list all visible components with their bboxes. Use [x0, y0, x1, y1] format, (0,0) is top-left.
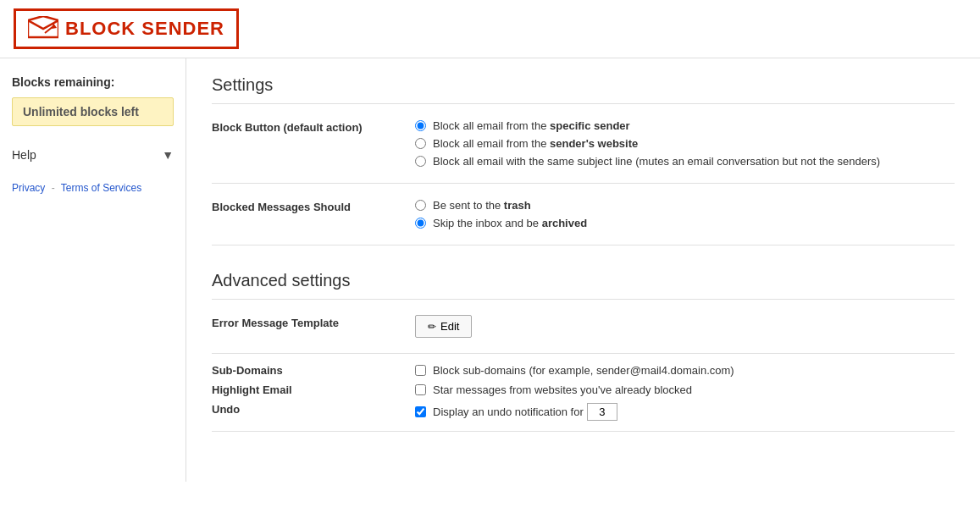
undo-value-input[interactable] — [587, 403, 617, 421]
highlight-checkbox[interactable] — [415, 384, 426, 395]
pencil-icon: ✏ — [428, 321, 436, 333]
undo-option[interactable]: Display an undo notification for — [415, 403, 955, 421]
terms-link[interactable]: Terms of Services — [61, 182, 141, 194]
block-sender-option[interactable]: Block all email from the specific sender — [415, 119, 955, 132]
chevron-down-icon: ▼ — [162, 148, 174, 162]
page-layout: Blocks remaining: Unlimited blocks left … — [0, 58, 980, 482]
block-button-label: Block Button (default action) — [212, 119, 415, 134]
archive-option[interactable]: Skip the inbox and be archived — [415, 217, 955, 229]
main-content: Settings Block Button (default action) B… — [186, 58, 980, 482]
undo-label: Undo — [212, 403, 415, 416]
highlight-option[interactable]: Star messages from websites you've alrea… — [415, 383, 955, 396]
block-button-setting: Block Button (default action) Block all … — [212, 104, 955, 184]
subdomains-label: Sub-Domains — [212, 364, 415, 377]
edit-button-label: Edit — [440, 320, 459, 333]
block-subject-option[interactable]: Block all email with the same subject li… — [415, 155, 955, 168]
block-sender-radio[interactable] — [415, 120, 426, 131]
settings-title: Settings — [212, 75, 955, 104]
subdomains-checkbox[interactable] — [415, 365, 426, 376]
blocked-messages-label: Blocked Messages Should — [212, 199, 415, 213]
link-separator: - — [52, 182, 55, 194]
send-to-trash-option[interactable]: Be sent to the trash — [415, 199, 955, 212]
blocks-remaining-label: Blocks remaining: — [12, 75, 174, 89]
error-message-row: Error Message Template ✏ Edit — [212, 300, 955, 354]
undo-checkbox[interactable] — [415, 406, 426, 417]
archive-radio[interactable] — [415, 218, 426, 229]
privacy-link[interactable]: Privacy — [12, 182, 45, 194]
advanced-labels: Sub-Domains Highlight Email Undo — [212, 364, 415, 416]
send-to-trash-text: Be sent to the trash — [433, 199, 531, 212]
logo-icon — [28, 16, 58, 41]
subdomains-text: Block sub-domains (for example, sender@m… — [433, 364, 734, 377]
block-website-radio[interactable] — [415, 138, 426, 149]
advanced-settings-title: Advanced settings — [212, 271, 955, 300]
block-button-options: Block all email from the specific sender… — [415, 119, 955, 168]
advanced-settings: Advanced settings Error Message Template… — [212, 271, 955, 432]
help-label: Help — [12, 148, 36, 162]
send-to-trash-radio[interactable] — [415, 200, 426, 211]
error-message-label: Error Message Template — [212, 315, 415, 329]
logo: Block Sender — [14, 8, 239, 49]
edit-button[interactable]: ✏ Edit — [415, 315, 472, 338]
help-row[interactable]: Help ▼ — [12, 145, 174, 165]
subdomains-option[interactable]: Block sub-domains (for example, sender@m… — [415, 364, 955, 377]
block-subject-radio[interactable] — [415, 156, 426, 167]
error-message-options: ✏ Edit — [415, 315, 955, 338]
block-sender-text: Block all email from the specific sender — [433, 119, 630, 132]
blocked-messages-setting: Blocked Messages Should Be sent to the t… — [212, 184, 955, 245]
advanced-option-values: Block sub-domains (for example, sender@m… — [415, 364, 955, 421]
blocks-badge: Unlimited blocks left — [12, 97, 174, 126]
archive-text: Skip the inbox and be archived — [433, 217, 587, 229]
highlight-text: Star messages from websites you've alrea… — [433, 383, 692, 396]
block-subject-text: Block all email with the same subject li… — [433, 155, 880, 168]
block-website-text: Block all email from the sender's websit… — [433, 137, 638, 150]
blocked-messages-options: Be sent to the trash Skip the inbox and … — [415, 199, 955, 229]
logo-text: Block Sender — [65, 18, 224, 40]
header: Block Sender — [0, 0, 980, 58]
block-website-option[interactable]: Block all email from the sender's websit… — [415, 137, 955, 150]
sidebar-links: Privacy - Terms of Services — [12, 182, 174, 194]
highlight-label: Highlight Email — [212, 383, 415, 396]
advanced-options-row: Sub-Domains Highlight Email Undo Block s… — [212, 354, 955, 432]
undo-prefix: Display an undo notification for — [433, 405, 584, 418]
sidebar: Blocks remaining: Unlimited blocks left … — [0, 58, 186, 482]
